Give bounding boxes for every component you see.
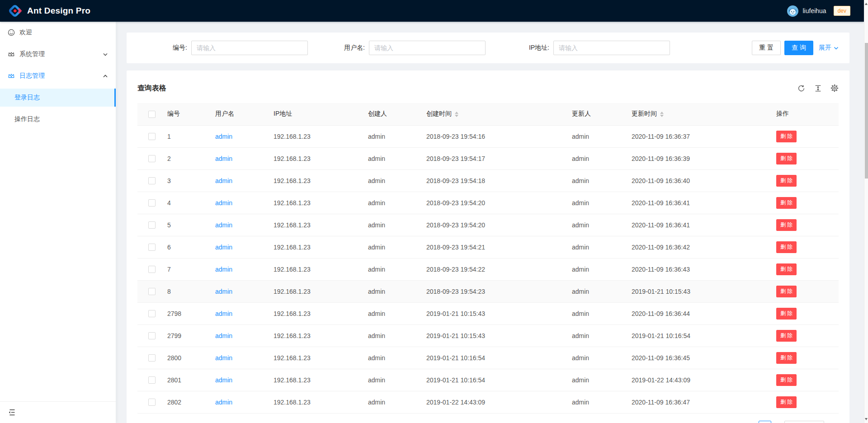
username-link[interactable]: admin bbox=[215, 155, 232, 162]
pagination bbox=[137, 421, 839, 423]
cell-created-at: 2019-01-21 10:15:43 bbox=[426, 332, 485, 339]
row-checkbox[interactable] bbox=[148, 133, 156, 140]
row-checkbox[interactable] bbox=[148, 244, 156, 251]
username-link[interactable]: admin bbox=[215, 266, 232, 273]
select-all-checkbox[interactable] bbox=[148, 111, 156, 118]
row-checkbox[interactable] bbox=[148, 155, 156, 162]
row-checkbox[interactable] bbox=[148, 266, 156, 273]
username-link[interactable]: admin bbox=[215, 376, 232, 384]
scroll-down-icon[interactable] bbox=[865, 418, 868, 420]
cell-ip: 192.168.1.23 bbox=[274, 399, 311, 406]
cell-ip: 192.168.1.23 bbox=[274, 310, 311, 317]
username-input[interactable] bbox=[369, 41, 486, 55]
brand[interactable]: Ant Design Pro bbox=[8, 4, 90, 18]
env-tag: dev bbox=[834, 6, 850, 16]
cell-updater: admin bbox=[572, 177, 589, 184]
cell-updated-at: 2019-01-21 10:15:43 bbox=[632, 288, 690, 295]
username-link[interactable]: admin bbox=[215, 177, 232, 184]
row-checkbox[interactable] bbox=[148, 399, 156, 406]
sidebar-item-log-mgmt[interactable]: 日志管理 bbox=[0, 67, 116, 85]
row-checkbox[interactable] bbox=[148, 221, 156, 229]
scrollbar-thumb[interactable] bbox=[865, 43, 868, 179]
menu-fold-icon[interactable] bbox=[8, 409, 16, 416]
username-link[interactable]: admin bbox=[215, 244, 232, 251]
cell-updated-at: 2020-11-09 16:36:41 bbox=[632, 199, 690, 207]
column-header-updater: 更新人 bbox=[565, 103, 624, 125]
username[interactable]: liufeihua bbox=[802, 7, 826, 14]
username-link[interactable]: admin bbox=[215, 199, 232, 207]
column-header-updated-at[interactable]: 更新时间 bbox=[624, 103, 769, 125]
delete-button[interactable]: 删 除 bbox=[776, 352, 797, 364]
username-link[interactable]: admin bbox=[215, 332, 232, 339]
cell-updated-at: 2020-11-09 16:36:42 bbox=[632, 244, 690, 251]
sort-carets-icon[interactable] bbox=[455, 112, 458, 117]
delete-button[interactable]: 删 除 bbox=[776, 241, 797, 253]
delete-button[interactable]: 删 除 bbox=[776, 153, 797, 164]
delete-button[interactable]: 删 除 bbox=[776, 175, 797, 187]
row-checkbox[interactable] bbox=[148, 332, 156, 339]
scroll-up-icon[interactable] bbox=[865, 3, 868, 5]
row-checkbox[interactable] bbox=[148, 177, 156, 184]
cell-id: 7 bbox=[167, 266, 171, 273]
delete-button[interactable]: 删 除 bbox=[776, 263, 797, 275]
pagination-page-1-button[interactable] bbox=[759, 421, 771, 423]
query-table: 编号 用户名 IP地址 创建人 创建时间 更新人 更新时间 操作 1admin1… bbox=[137, 103, 839, 414]
username-link[interactable]: admin bbox=[215, 399, 232, 406]
user-area: liufeihua dev bbox=[787, 5, 850, 17]
cell-updater: admin bbox=[572, 288, 589, 295]
reset-button[interactable]: 重 置 bbox=[752, 41, 781, 55]
cell-id: 5 bbox=[167, 221, 171, 229]
username-link[interactable]: admin bbox=[215, 354, 232, 362]
delete-button[interactable]: 删 除 bbox=[776, 330, 797, 342]
cell-creator: admin bbox=[368, 399, 385, 406]
sidebar-subitem-operation-log[interactable]: 操作日志 bbox=[0, 110, 116, 128]
row-checkbox[interactable] bbox=[148, 310, 156, 317]
delete-button[interactable]: 删 除 bbox=[776, 396, 797, 408]
vertical-scrollbar[interactable] bbox=[864, 0, 868, 423]
delete-button[interactable]: 删 除 bbox=[776, 197, 797, 209]
expand-link[interactable]: 展开 bbox=[819, 44, 839, 52]
cell-updated-at: 2019-01-22 14:43:09 bbox=[632, 376, 690, 384]
row-checkbox[interactable] bbox=[148, 376, 156, 384]
cell-created-at: 2019-01-21 10:16:54 bbox=[426, 354, 485, 362]
cell-creator: admin bbox=[368, 133, 385, 140]
row-checkbox[interactable] bbox=[148, 354, 156, 362]
ip-input[interactable] bbox=[553, 41, 670, 55]
column-header-created-at[interactable]: 创建时间 bbox=[419, 103, 565, 125]
density-icon[interactable] bbox=[814, 84, 822, 92]
cell-updated-at: 2020-11-09 16:36:44 bbox=[632, 310, 690, 317]
delete-button[interactable]: 删 除 bbox=[776, 131, 797, 142]
table-row: 2801admin192.168.1.23admin2019-01-21 10:… bbox=[137, 369, 839, 391]
username-link[interactable]: admin bbox=[215, 221, 232, 229]
sort-carets-icon[interactable] bbox=[660, 112, 664, 117]
delete-button[interactable]: 删 除 bbox=[776, 374, 797, 386]
username-link[interactable]: admin bbox=[215, 310, 232, 317]
chevron-down-icon bbox=[834, 47, 839, 50]
id-input[interactable] bbox=[191, 41, 308, 55]
cell-creator: admin bbox=[368, 177, 385, 184]
avatar[interactable] bbox=[787, 5, 798, 17]
delete-button[interactable]: 删 除 bbox=[776, 286, 797, 297]
cell-id: 2 bbox=[167, 155, 171, 162]
chevron-up-icon bbox=[103, 75, 108, 78]
page-size-select[interactable] bbox=[784, 421, 824, 423]
sidebar-item-label: 日志管理 bbox=[19, 72, 45, 80]
cell-ip: 192.168.1.23 bbox=[274, 288, 311, 295]
username-link[interactable]: admin bbox=[215, 288, 232, 295]
reload-icon[interactable] bbox=[797, 84, 805, 92]
settings-icon[interactable] bbox=[830, 84, 839, 92]
table-header-row: 编号 用户名 IP地址 创建人 创建时间 更新人 更新时间 操作 bbox=[137, 103, 839, 125]
sidebar-subitem-login-log[interactable]: 登录日志 bbox=[0, 89, 116, 107]
cell-updated-at: 2020-11-09 16:36:39 bbox=[632, 155, 690, 162]
table-body: 1admin192.168.1.23admin2018-09-23 19:54:… bbox=[137, 125, 839, 413]
sidebar-item-system-mgmt[interactable]: 系统管理 bbox=[0, 45, 116, 63]
delete-button[interactable]: 删 除 bbox=[776, 219, 797, 231]
username-link[interactable]: admin bbox=[215, 133, 232, 140]
query-button[interactable]: 查 询 bbox=[784, 41, 813, 55]
sidebar-item-welcome[interactable]: 欢迎 bbox=[0, 24, 116, 42]
cell-creator: admin bbox=[368, 221, 385, 229]
row-checkbox[interactable] bbox=[148, 288, 156, 295]
delete-button[interactable]: 删 除 bbox=[776, 308, 797, 320]
row-checkbox[interactable] bbox=[148, 199, 156, 207]
cell-updater: admin bbox=[572, 155, 589, 162]
